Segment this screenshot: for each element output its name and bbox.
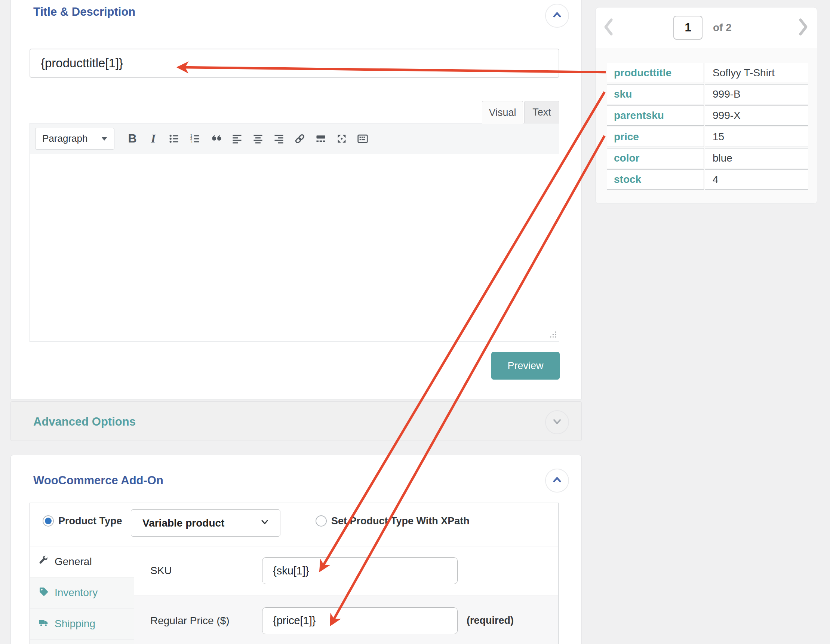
toolbar-toggle-button[interactable] [352, 128, 373, 149]
woocommerce-addon-section: WooCommerce Add-On Product Type Variable… [11, 455, 582, 644]
import-template-page: Title & Description Visual Text Paragrap… [0, 0, 830, 644]
tab-general-label: General [55, 556, 92, 568]
chevron-down-icon [551, 415, 564, 429]
product-title-input[interactable] [30, 49, 559, 78]
italic-button[interactable]: I [143, 128, 164, 149]
link-icon [294, 133, 306, 145]
expand-section-button[interactable] [545, 410, 569, 434]
blockquote-button[interactable] [206, 128, 227, 149]
numbered-list-button[interactable]: 1 2 3 [185, 128, 206, 149]
tab-inventory-label: Inventory [55, 587, 98, 599]
advanced-options-heading: Advanced Options [33, 415, 136, 428]
tab-column-filler [30, 639, 134, 644]
italic-icon: I [151, 132, 155, 146]
product-type-label: Product Type [58, 516, 122, 527]
title-description-heading: Title & Description [33, 5, 135, 19]
tab-shipping-label: Shipping [55, 618, 95, 630]
insert-more-tag-button[interactable] [310, 128, 331, 149]
table-row: stock 4 [607, 170, 808, 190]
field-value: 4 [705, 170, 808, 190]
bulleted-list-button[interactable] [164, 128, 185, 149]
align-center-icon [252, 133, 264, 144]
toolbar-toggle-icon [357, 133, 369, 145]
table-row: sku 999-B [607, 84, 808, 104]
tab-inventory[interactable]: Inventory [30, 577, 134, 609]
previous-record-button[interactable] [601, 17, 616, 38]
tab-visual[interactable]: Visual [482, 101, 523, 124]
field-value: blue [705, 148, 808, 168]
field-value: 999-X [705, 105, 808, 126]
xpath-product-type-radio[interactable] [315, 516, 327, 527]
bold-button[interactable]: B [122, 128, 143, 149]
paragraph-style-dropdown[interactable]: Paragraph [35, 128, 114, 149]
chevron-down-icon [259, 516, 270, 530]
regular-price-label: Regular Price ($) [150, 615, 262, 627]
field-key[interactable]: producttitle [607, 63, 704, 83]
description-editor: Paragraph B I [30, 123, 559, 342]
regular-price-input[interactable] [262, 608, 458, 634]
fullscreen-button[interactable] [331, 128, 352, 149]
product-type-dropdown-value: Variable product [143, 517, 224, 529]
insert-link-button[interactable] [289, 128, 310, 149]
general-tab-form: SKU Regular Price ($) (required) [134, 546, 558, 644]
required-note: (required) [467, 615, 514, 627]
align-center-button[interactable] [247, 128, 268, 149]
align-left-button[interactable] [227, 128, 247, 149]
numbered-list-icon: 1 2 3 [190, 133, 201, 144]
collapse-section-button[interactable] [545, 4, 569, 28]
wrench-icon [38, 555, 49, 569]
insert-more-tag-icon [315, 133, 326, 144]
field-key[interactable]: color [607, 148, 704, 168]
dropdown-caret-icon [101, 137, 107, 141]
tab-text[interactable]: Text [524, 101, 559, 124]
woocommerce-addon-heading: WooCommerce Add-On [33, 474, 163, 487]
chevron-left-icon [602, 17, 615, 38]
product-data-tab-column: General Inventory [30, 546, 134, 644]
collapse-section-button[interactable] [545, 469, 569, 493]
table-row: color blue [607, 148, 808, 168]
record-number-input[interactable]: 1 [673, 16, 703, 40]
chevron-up-icon [551, 9, 564, 23]
align-right-button[interactable] [268, 128, 289, 149]
record-preview-panel: 1 of 2 producttitle Soflyy T-Shirt [595, 7, 817, 204]
field-key[interactable]: parentsku [607, 105, 704, 126]
field-value: 999-B [705, 84, 808, 104]
chevron-up-icon [551, 473, 564, 488]
description-editor-content[interactable] [30, 154, 559, 330]
product-settings-panel: Product Type Variable product Set Produc… [30, 503, 559, 644]
svg-text:3: 3 [190, 140, 193, 144]
bold-icon: B [128, 132, 136, 146]
bulleted-list-icon [169, 133, 180, 144]
fullscreen-icon [336, 133, 347, 144]
title-description-section: Title & Description Visual Text Paragrap… [11, 0, 582, 400]
editor-statusbar [30, 330, 559, 341]
field-key[interactable]: stock [607, 170, 704, 190]
preview-button[interactable]: Preview [491, 352, 560, 379]
regular-price-field-row: Regular Price ($) (required) [134, 595, 558, 644]
resize-grip-handle[interactable] [549, 331, 557, 340]
tag-icon [38, 586, 49, 600]
xpath-product-type-label: Set Product Type With XPath [331, 516, 470, 527]
product-type-radio[interactable] [43, 516, 54, 527]
table-row: producttitle Soflyy T-Shirt [607, 63, 808, 83]
product-type-dropdown[interactable]: Variable product [131, 509, 280, 537]
truck-icon [38, 617, 49, 631]
advanced-options-section[interactable]: Advanced Options [11, 401, 582, 441]
align-right-icon [273, 133, 285, 144]
field-key[interactable]: sku [607, 84, 704, 104]
field-key[interactable]: price [607, 127, 704, 147]
align-left-icon [231, 133, 242, 144]
table-row: price 15 [607, 127, 808, 147]
sku-input[interactable] [262, 557, 458, 584]
product-type-row: Product Type Variable product Set Produc… [30, 503, 558, 546]
field-value: Soflyy T-Shirt [705, 63, 808, 83]
record-fields-table: producttitle Soflyy T-Shirt sku 999-B pa… [606, 62, 809, 191]
field-value: 15 [705, 127, 808, 147]
sku-field-row: SKU [134, 546, 558, 595]
record-count-label: of 2 [713, 22, 732, 34]
tab-shipping[interactable]: Shipping [30, 609, 134, 639]
next-record-button[interactable] [796, 17, 811, 38]
tab-general[interactable]: General [30, 546, 134, 577]
paragraph-style-label: Paragraph [42, 133, 87, 144]
record-pagination: 1 of 2 [596, 8, 817, 48]
